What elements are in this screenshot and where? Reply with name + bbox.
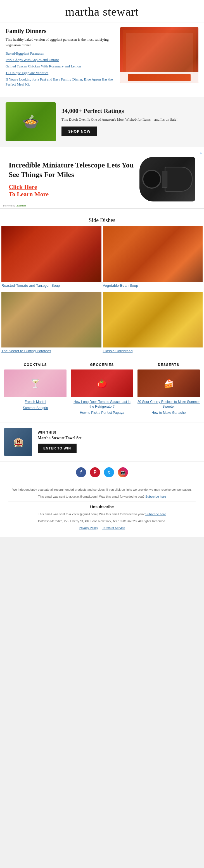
cocktail-image: 🍸 bbox=[4, 370, 67, 397]
veggie-soup-image bbox=[103, 226, 203, 282]
footer: We independently evaluate all recommende… bbox=[0, 483, 204, 537]
win-product: Martha Stewart Towel Set bbox=[38, 436, 82, 440]
veggie-soup-link[interactable]: Vegetable-Bean Soup bbox=[103, 282, 203, 290]
desserts-header: DESSERTS bbox=[137, 363, 200, 367]
header: martha stewart bbox=[0, 0, 204, 21]
groceries-column: GROCERIES 🍅 How Long Does Tomato Sauce L… bbox=[71, 363, 133, 416]
cocktail-link-2[interactable]: Summer Sangria bbox=[4, 406, 67, 410]
side-dishes-title: Side Dishes bbox=[0, 212, 204, 226]
pinterest-icon[interactable]: P bbox=[90, 467, 100, 477]
telescope-placeholder bbox=[139, 157, 195, 202]
dessert-link-2[interactable]: How to Make Ganache bbox=[137, 410, 200, 415]
towel-set-image: 🏨 bbox=[4, 428, 32, 456]
potatoes-image bbox=[1, 292, 101, 347]
footer-subscribe-here[interactable]: Subscribe here bbox=[145, 513, 166, 516]
terms-link[interactable]: Terms of Service bbox=[102, 526, 125, 529]
ad-cta-link[interactable]: Click Here To Learn More bbox=[9, 183, 134, 198]
cocktails-header: COCKTAILS bbox=[4, 363, 67, 367]
grid-item-3: The Secret to Cutting Potatoes bbox=[1, 292, 101, 356]
shop-now-button[interactable]: SHOP NOW bbox=[61, 126, 97, 136]
twitter-icon[interactable]: t bbox=[104, 467, 114, 477]
win-section: 🏨 Win This! Martha Stewart Towel Set ENT… bbox=[0, 422, 204, 461]
ad-telescope-image bbox=[139, 157, 195, 202]
cocktail-link-1[interactable]: French Martini bbox=[4, 400, 67, 404]
ad-d-icon: D bbox=[200, 151, 202, 154]
subscribe-link[interactable]: Subscribe here bbox=[145, 495, 166, 498]
enter-to-win-button[interactable]: ENTER TO WIN bbox=[38, 444, 77, 453]
family-dinners-link-1[interactable]: Baked-Eggplant Parmesan bbox=[6, 51, 114, 56]
potatoes-link[interactable]: The Secret to Cutting Potatoes bbox=[1, 347, 101, 356]
grid-item-2: Vegetable-Bean Soup bbox=[103, 226, 203, 290]
privacy-policy-link[interactable]: Privacy Policy bbox=[79, 526, 98, 529]
dutch-oven-text: 34,000+ Perfect Ratings This Dutch Oven … bbox=[61, 107, 198, 136]
desserts-column: DESSERTS 🍰 30 Sour Cherry Recipes to Mak… bbox=[137, 363, 200, 416]
family-dinners-description: This healthy baked version of eggplant p… bbox=[6, 37, 114, 48]
email-container: martha stewart Family Dinners This healt… bbox=[0, 0, 204, 537]
family-dinners-image bbox=[120, 27, 198, 88]
footer-sent-to: This email was sent to a.xxxxx@gmail.com… bbox=[8, 494, 196, 499]
cornbread-image bbox=[103, 292, 203, 347]
dutch-oven-heading: 34,000+ Perfect Ratings bbox=[61, 107, 198, 115]
side-dishes-grid: Roasted-Tomato and Tarragon Soup Vegetab… bbox=[0, 226, 204, 357]
grid-item-4: Classic Cornbread bbox=[103, 292, 203, 356]
footer-sent-note: This email was sent to a.xxxxx@gmail.com… bbox=[8, 512, 196, 517]
tomato-soup-image bbox=[1, 226, 101, 282]
grocery-image: 🍅 bbox=[71, 370, 133, 397]
grid-item-1: Roasted-Tomato and Tarragon Soup bbox=[1, 226, 101, 290]
cocktails-column: COCKTAILS 🍸 French Martini Summer Sangri… bbox=[4, 363, 67, 416]
eggplant-parmesan-image bbox=[120, 27, 198, 83]
dutch-oven-section: 34,000+ Perfect Ratings This Dutch Oven … bbox=[0, 97, 204, 147]
groceries-header: GROCERIES bbox=[71, 363, 133, 367]
social-bar: f P t 📷 bbox=[0, 461, 204, 483]
grocery-link-2[interactable]: How to Pick a Perfect Papaya bbox=[71, 410, 133, 415]
family-dinners-link-5[interactable]: If You're Looking for a Fast and Easy Fa… bbox=[6, 77, 114, 87]
site-title: martha stewart bbox=[6, 5, 198, 19]
footer-address: Dotdash Meredith, 225 Liberty St, 4th Fl… bbox=[8, 519, 196, 524]
win-text: Win This! Martha Stewart Towel Set ENTER… bbox=[38, 431, 82, 453]
family-dinners-heading: Family Dinners bbox=[6, 27, 114, 35]
header-divider bbox=[0, 23, 204, 23]
ad-banner: Incredible Miniature Telescope Lets You … bbox=[0, 150, 204, 209]
ad-text: Incredible Miniature Telescope Lets You … bbox=[9, 160, 134, 198]
ad-powered-label: Powered by Liveintent bbox=[3, 204, 26, 207]
dutch-oven-img bbox=[6, 102, 56, 141]
family-dinners-link-3[interactable]: Grilled Tuscan Chicken With Rosemary and… bbox=[6, 64, 114, 69]
footer-links: Privacy Policy | Terms of Service bbox=[8, 526, 196, 530]
family-dinners-section: Family Dinners This healthy baked versio… bbox=[0, 25, 204, 94]
instagram-icon[interactable]: 📷 bbox=[118, 467, 128, 477]
facebook-icon[interactable]: f bbox=[76, 467, 86, 477]
side-dishes-section: Side Dishes Roasted-Tomato and Tarragon … bbox=[0, 212, 204, 357]
unsubscribe-label[interactable]: Unsubscribe bbox=[8, 502, 196, 510]
tomato-soup-link[interactable]: Roasted-Tomato and Tarragon Soup bbox=[1, 282, 101, 290]
dessert-image: 🍰 bbox=[137, 370, 200, 397]
dutch-oven-image bbox=[6, 102, 56, 141]
family-dinners-link-2[interactable]: Pork Chops With Apples and Onions bbox=[6, 57, 114, 62]
footer-disclaimer: We independently evaluate all recommende… bbox=[8, 487, 196, 492]
win-label: Win This! bbox=[38, 431, 82, 434]
cornbread-link[interactable]: Classic Cornbread bbox=[103, 347, 203, 356]
dessert-link-1[interactable]: 30 Sour Cherry Recipes to Make Summer Sw… bbox=[137, 400, 200, 409]
dutch-oven-description: This Dutch Oven Is One of Amazon's Most … bbox=[61, 117, 198, 122]
grocery-link-1[interactable]: How Long Does Tomato Sauce Last in the R… bbox=[71, 400, 133, 409]
family-dinners-text: Family Dinners This healthy baked versio… bbox=[6, 27, 114, 88]
ad-heading: Incredible Miniature Telescope Lets You … bbox=[9, 160, 134, 180]
three-column-section: COCKTAILS 🍸 French Martini Summer Sangri… bbox=[0, 357, 204, 422]
family-dinners-link-4[interactable]: 17 Unique Eggplant Varieties bbox=[6, 70, 114, 75]
